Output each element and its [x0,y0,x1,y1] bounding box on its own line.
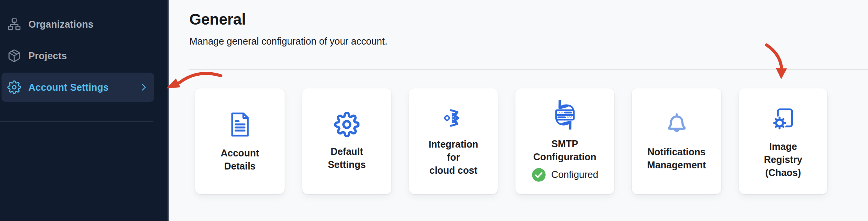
org-chart-icon [7,17,22,32]
cube-icon [7,48,22,63]
check-circle-icon [531,167,547,183]
card-label: Notifications Management [647,145,706,171]
sidebar-item-label: Organizations [28,19,93,30]
card-label-line: Management [647,158,706,171]
card-label: Integration for cloud cost [429,138,478,177]
card-label: Default Settings [328,145,366,171]
card-label-line: Default [328,145,366,158]
card-notifications-management[interactable]: Notifications Management [632,88,721,194]
card-label-line: Registry [764,153,802,166]
settings-cards: Account Details Default Settings [195,88,868,194]
sidebar-item-label: Account Settings [28,82,109,93]
card-label-line: Integration [429,138,478,151]
card-label-line: Details [221,160,259,173]
card-label-line: Settings [328,158,366,171]
card-label: Image Registry (Chaos) [764,140,802,179]
document-icon [226,110,254,139]
card-smtp-configuration[interactable]: SMTP Configuration Configured [515,88,614,194]
card-label-line: Notifications [647,145,706,158]
card-image-registry-chaos[interactable]: Image Registry (Chaos) [739,88,827,194]
card-label-line: Configuration [533,150,596,163]
card-default-settings[interactable]: Default Settings [302,88,391,194]
configured-badge: Configured [531,167,598,183]
page-subtitle: Manage general configuration of your acc… [189,35,868,48]
card-label-line: Image [764,140,802,153]
split-arrows-icon [442,106,465,130]
card-label: Account Details [221,146,259,173]
sidebar-item-account-settings[interactable]: Account Settings [2,73,154,102]
badge-text: Configured [551,169,598,180]
bell-icon [664,111,690,138]
server-sync-icon [550,100,580,130]
card-label: SMTP Configuration [533,137,596,163]
card-label-line: cloud cost [429,164,478,177]
gear-icon [334,112,359,137]
sidebar-divider [0,121,153,121]
page-title: General [189,10,868,28]
card-label-line: for [429,151,478,164]
content-divider [189,69,868,70]
card-integration-cloud-cost[interactable]: Integration for cloud cost [409,88,498,194]
main-content: General Manage general configuration of … [169,0,868,221]
chevron-right-icon [139,82,149,92]
sidebar-nav: Organizations Projects Account Setti [0,10,167,121]
sidebar-item-projects[interactable]: Projects [2,41,154,70]
sidebar-item-organizations[interactable]: Organizations [2,10,154,39]
registry-gear-icon [769,104,797,132]
gear-icon [7,80,22,95]
sidebar: Organizations Projects Account Setti [0,0,169,221]
card-account-details[interactable]: Account Details [195,88,285,194]
card-label-line: (Chaos) [764,166,802,179]
card-label-line: Account [221,146,259,160]
sidebar-item-label: Projects [28,50,67,61]
card-label-line: SMTP [533,137,596,150]
